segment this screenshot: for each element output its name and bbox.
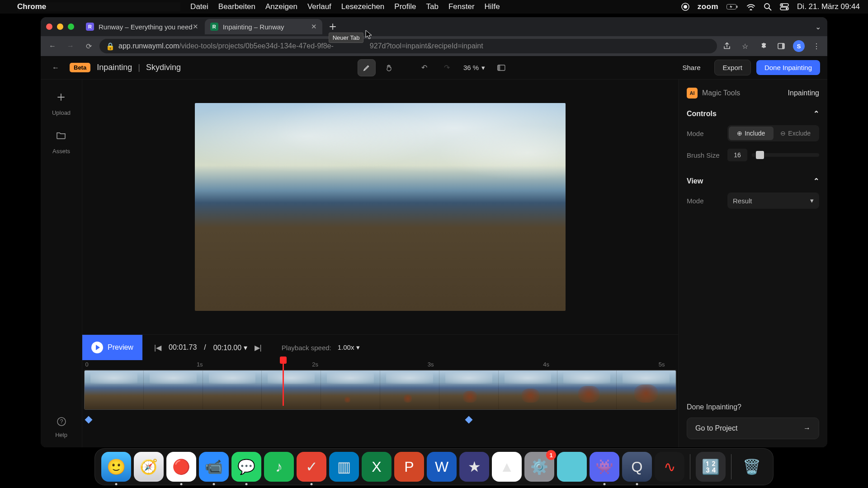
dock-trello[interactable]: ▥: [329, 452, 359, 482]
mode-toggle[interactable]: ⊕Include ⊖Exclude: [727, 125, 819, 141]
dock-excel[interactable]: X: [362, 452, 392, 482]
thumbnail[interactable]: [380, 371, 439, 409]
dock-discord[interactable]: 👾: [590, 452, 619, 482]
extensions-icon[interactable]: [757, 40, 769, 52]
dock-audio-app[interactable]: ∿: [655, 452, 684, 482]
app-back-button[interactable]: ←: [48, 60, 63, 75]
menu-profile[interactable]: Profile: [394, 2, 416, 11]
slider-thumb[interactable]: [756, 151, 764, 159]
view-toggle-button[interactable]: [492, 59, 510, 76]
include-option[interactable]: ⊕Include: [729, 127, 774, 140]
thumbnail[interactable]: [439, 371, 499, 409]
playhead[interactable]: [283, 360, 284, 406]
menu-verlauf[interactable]: Verlauf: [307, 2, 331, 11]
export-button[interactable]: Export: [714, 60, 751, 75]
assets-button[interactable]: Assets: [52, 127, 70, 155]
brush-size-slider[interactable]: [752, 153, 819, 157]
brush-tool-button[interactable]: [358, 59, 376, 76]
datetime[interactable]: Di. 21. März 09:44: [797, 2, 860, 11]
undo-button[interactable]: ↶: [415, 59, 434, 76]
upload-button[interactable]: Upload: [52, 89, 71, 116]
thumbnail[interactable]: [499, 371, 558, 409]
time-ruler[interactable]: 0 1s 2s 3s 4s 5s: [84, 360, 676, 370]
total-time[interactable]: 00:10.00 ▾: [213, 343, 247, 352]
controls-section-header[interactable]: Controls ⌃: [687, 109, 819, 118]
help-button[interactable]: ? Help: [55, 417, 67, 438]
chrome-menu-icon[interactable]: ⋮: [810, 40, 823, 52]
dock-chrome[interactable]: 🔴: [166, 452, 196, 482]
dock-todoist[interactable]: ✓: [297, 452, 326, 482]
menu-hilfe[interactable]: Hilfe: [485, 2, 500, 11]
brush-size-input[interactable]: [727, 149, 747, 161]
dock-settings[interactable]: ⚙️1: [524, 452, 554, 482]
app-name[interactable]: Chrome: [17, 2, 180, 11]
thumbnail[interactable]: [321, 371, 380, 409]
hand-tool-button[interactable]: [380, 59, 398, 76]
dock-drive[interactable]: ▲: [492, 452, 522, 482]
video-canvas[interactable]: [82, 80, 678, 334]
tab-search-icon[interactable]: ⌄: [815, 23, 821, 31]
close-tab-icon[interactable]: ✕: [311, 23, 317, 31]
preview-button[interactable]: Preview: [82, 335, 142, 360]
dock-app-teal[interactable]: [557, 452, 587, 482]
dock-word[interactable]: W: [427, 452, 457, 482]
thumbnail[interactable]: [617, 371, 676, 409]
dock-quicktime[interactable]: Q: [622, 452, 652, 482]
address-bar[interactable]: 🔒 app.runwayml.com/video-tools/projects/…: [99, 39, 717, 53]
thumbnail[interactable]: [203, 371, 262, 409]
tab-runway-home[interactable]: R Runway – Everything you need ✕: [80, 19, 204, 34]
spotlight-icon[interactable]: [764, 3, 772, 11]
tab-inpainting[interactable]: R Inpainting – Runway ✕: [205, 19, 322, 34]
window-zoom-icon[interactable]: [68, 23, 74, 30]
zoom-menu[interactable]: zoom: [698, 2, 718, 11]
keyframe-icon[interactable]: [85, 416, 92, 424]
go-to-project-button[interactable]: Go to Project →: [687, 418, 819, 439]
thumbnail-strip[interactable]: [84, 370, 676, 410]
view-mode-select[interactable]: Result ▾: [727, 192, 819, 209]
view-section-header[interactable]: View ⌃: [687, 177, 819, 185]
dock-finder[interactable]: 🙂: [101, 452, 131, 482]
back-button[interactable]: ←: [45, 39, 60, 53]
skip-start-button[interactable]: |◀: [154, 343, 161, 352]
dock-zoom[interactable]: 📹: [199, 452, 229, 482]
reload-button[interactable]: ⟳: [81, 39, 96, 53]
dock-spotify[interactable]: ♪: [264, 452, 294, 482]
exclude-option[interactable]: ⊖Exclude: [774, 127, 818, 140]
keyframe-icon[interactable]: [465, 416, 472, 424]
profile-avatar[interactable]: S: [793, 40, 805, 52]
dock-trash[interactable]: 🗑️: [737, 452, 767, 482]
battery-icon[interactable]: [726, 4, 738, 10]
skip-end-button[interactable]: ▶|: [255, 343, 262, 352]
speed-select[interactable]: 1.00x ▾: [338, 343, 360, 352]
thumbnail[interactable]: [85, 371, 144, 409]
menu-tab[interactable]: Tab: [426, 2, 439, 11]
share-icon[interactable]: [721, 40, 733, 52]
control-center-icon[interactable]: [780, 3, 789, 10]
dock-imovie[interactable]: ★: [459, 452, 489, 482]
share-button[interactable]: Share: [675, 60, 709, 75]
new-tab-button[interactable]: Neuer Tab: [326, 20, 340, 33]
keyframe-track[interactable]: [84, 414, 676, 428]
done-inpainting-button[interactable]: Done Inpainting: [756, 60, 820, 75]
window-close-icon[interactable]: [46, 23, 52, 30]
dock-powerpoint[interactable]: P: [394, 452, 424, 482]
dock-calculator[interactable]: 🔢: [696, 452, 726, 482]
menu-fenster[interactable]: Fenster: [448, 2, 475, 11]
thumbnail[interactable]: [144, 371, 203, 409]
sidepanel-icon[interactable]: [775, 40, 788, 52]
thumbnail[interactable]: [262, 371, 321, 409]
dock-whatsapp[interactable]: 💬: [231, 452, 261, 482]
record-icon[interactable]: [681, 3, 689, 11]
window-minimize-icon[interactable]: [57, 23, 63, 30]
redo-button[interactable]: ↷: [438, 59, 456, 76]
zoom-select[interactable]: 36 % ▾: [461, 64, 488, 72]
menu-anzeigen[interactable]: Anzeigen: [265, 2, 297, 11]
forward-button[interactable]: →: [63, 39, 78, 53]
bookmark-icon[interactable]: ☆: [739, 40, 751, 52]
wifi-icon[interactable]: [746, 4, 755, 10]
menu-datei[interactable]: Datei: [190, 2, 208, 11]
dock-safari[interactable]: 🧭: [134, 452, 164, 482]
close-tab-icon[interactable]: ✕: [193, 23, 198, 31]
thumbnail[interactable]: [557, 371, 617, 409]
menu-lesezeichen[interactable]: Lesezeichen: [341, 2, 384, 11]
